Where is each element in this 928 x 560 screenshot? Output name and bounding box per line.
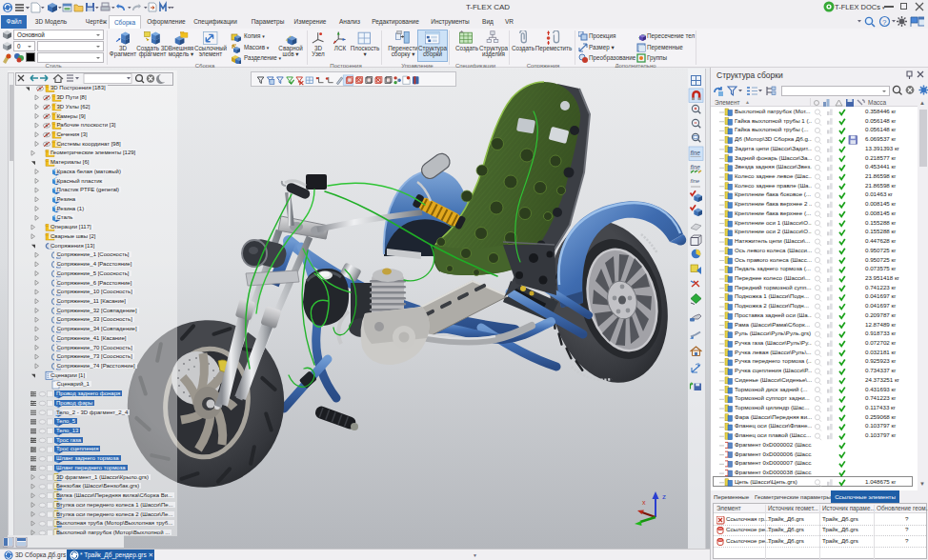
svg-text:fine: fine [691,150,701,156]
svg-text:?: ? [882,18,887,27]
svg-text:fine: fine [691,178,700,184]
svg-text:x: x [642,499,646,506]
svg-text:fine: fine [691,164,701,170]
svg-text:z: z [662,492,666,501]
